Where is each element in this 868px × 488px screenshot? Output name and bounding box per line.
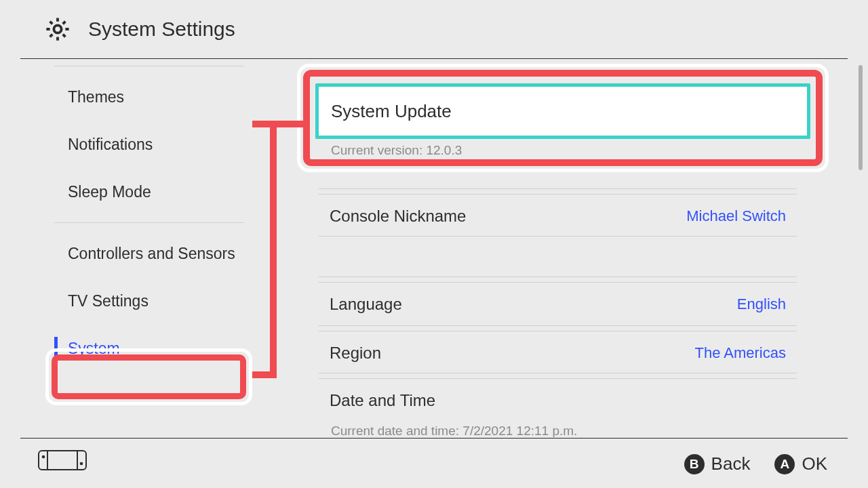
row-console-nickname[interactable]: Console Nickname Michael Switch	[319, 194, 797, 238]
sidebar-item-label: Sleep Mode	[68, 183, 151, 201]
row-label: Region	[330, 344, 381, 363]
row-divider	[319, 236, 797, 237]
row-value: The Americas	[695, 344, 787, 362]
gear-icon	[43, 15, 72, 43]
annotation-callout-system-update	[297, 64, 829, 172]
row-language[interactable]: Language English	[319, 282, 797, 326]
row-divider	[319, 325, 797, 326]
row-divider	[319, 188, 797, 189]
sidebar-item-themes[interactable]: Themes	[54, 73, 244, 121]
annotation-connector	[270, 121, 277, 378]
sidebar-item-system[interactable]: System	[54, 325, 244, 372]
header: System Settings	[0, 0, 868, 58]
page-title: System Settings	[88, 18, 235, 41]
svg-point-0	[54, 25, 61, 33]
footer: B Back A OK	[0, 438, 868, 488]
footer-divider	[20, 438, 848, 439]
row-value: English	[737, 296, 786, 313]
row-divider	[319, 277, 797, 277]
svg-rect-1	[39, 451, 86, 470]
svg-point-3	[42, 455, 45, 459]
sidebar-item-label: TV Settings	[68, 292, 149, 310]
sidebar-item-notifications[interactable]: Notifications	[54, 121, 244, 168]
sidebar-item-amiibo[interactable]: amiibo	[54, 56, 244, 59]
row-divider	[319, 373, 797, 373]
b-button-icon: B	[684, 454, 705, 474]
row-label: Console Nickname	[330, 207, 466, 226]
row-value: Michael Switch	[686, 207, 786, 225]
sidebar: amiibo Themes Notifications Sleep Mode C…	[20, 56, 278, 436]
sidebar-item-label: System	[68, 340, 120, 358]
sidebar-item-sleep-mode[interactable]: Sleep Mode	[54, 168, 244, 216]
row-subtext: Current date and time: 7/2/2021 12:11 p.…	[331, 424, 806, 437]
ok-button[interactable]: A OK	[774, 453, 827, 474]
scrollbar[interactable]	[859, 65, 863, 170]
sidebar-item-tv-settings[interactable]: TV Settings	[54, 277, 244, 325]
back-button[interactable]: B Back	[684, 453, 751, 474]
sidebar-item-controllers[interactable]: Controllers and Sensors	[54, 230, 244, 277]
row-date-and-time[interactable]: Date and Time	[319, 378, 797, 422]
sidebar-item-label: Themes	[68, 88, 124, 106]
svg-rect-2	[47, 451, 77, 470]
button-label: Back	[711, 453, 751, 474]
sidebar-divider	[54, 66, 244, 66]
annotation-connector	[252, 121, 308, 127]
controller-icon	[38, 450, 87, 473]
sidebar-item-label: Notifications	[68, 136, 153, 154]
button-label: OK	[802, 453, 827, 474]
sidebar-divider	[54, 222, 244, 223]
sidebar-item-label: Controllers and Sensors	[68, 245, 235, 263]
row-label: Date and Time	[330, 391, 435, 410]
svg-point-4	[80, 462, 83, 466]
row-region[interactable]: Region The Americas	[319, 331, 797, 375]
a-button-icon: A	[774, 454, 795, 474]
row-label: Language	[330, 295, 402, 314]
annotation-connector	[251, 371, 270, 378]
